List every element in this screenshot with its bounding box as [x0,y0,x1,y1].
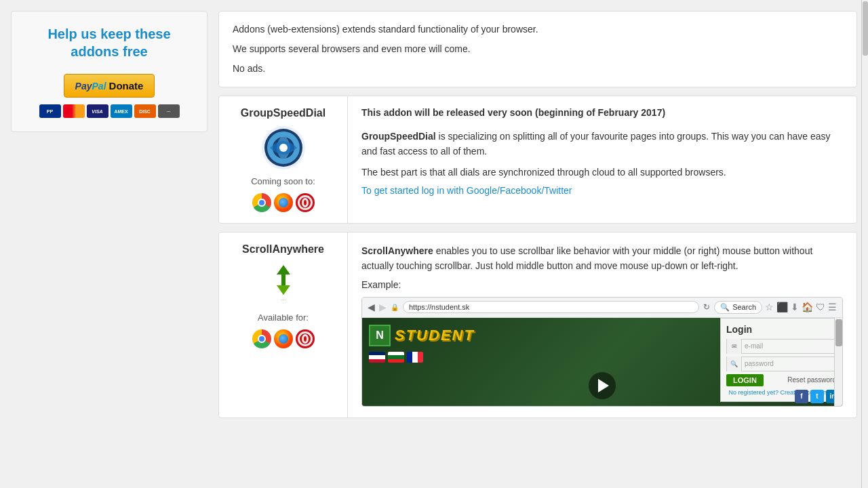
flag-fr [407,352,423,363]
sidebar: Help us keep these addons free PayPal Do… [11,11,208,418]
login-actions: LOGIN Reset password [726,374,836,386]
paypal-pay: Pay [75,81,92,92]
password-placeholder: password [742,360,776,367]
password-field[interactable]: 🔍 password [726,357,836,371]
play-button[interactable] [589,372,616,399]
opera-icon-gsd [296,193,315,212]
addon-right-scroll: ScrollAnywhere enables you to use scroll… [348,232,856,418]
shield-icon[interactable]: 🛡 [816,302,825,312]
card-visa: VISA [87,104,108,118]
student-text: STUDENT [395,327,475,344]
social-icons: f t in [795,390,840,403]
example-label: Example: [361,279,843,290]
firefox-icon-gsd [274,193,293,212]
card-discover: DISC [134,104,156,118]
email-field[interactable]: ✉ e-mail [726,339,836,354]
browser-icons-gsd [252,193,315,212]
addon-name-bold-scroll: ScrollAnywhere [361,245,433,256]
gsd-icon-svg [263,127,304,168]
addon-link-gsd[interactable]: To get started log in with Google/Facebo… [361,185,572,196]
addon-desc-gsd-1: GroupSpeedDial is specializing on splitt… [361,129,843,159]
play-triangle-icon [598,379,609,392]
addon-left-scroll: ScrollAnywhere ··· Available for: [219,232,348,418]
addon-desc-scroll: ScrollAnywhere enables you to use scroll… [361,243,843,274]
forward-button[interactable]: ▶ [379,302,387,312]
main-content: Addons (web-extensions) extends standard… [218,11,857,418]
addon-name-bold-gsd: GroupSpeedDial [361,131,436,142]
scroll-arrow-up [277,265,290,274]
back-button[interactable]: ◀ [368,302,375,312]
password-icon: 🔍 [727,357,742,371]
release-notice: This addon will be released very soon (b… [361,107,843,118]
card-paypal: PP [39,104,61,118]
page-scrollbar[interactable] [861,0,868,429]
chrome-icon-gsd [252,193,271,212]
card-icons: PP VISA AMEX DISC ··· [39,104,180,118]
paypal-logo: PayPal [75,81,106,92]
url-text: https://nstudent.sk [409,303,469,311]
opera-icon-scroll [296,329,315,348]
screenshot-preview: ◀ ▶ 🔒 https://nstudent.sk ↻ 🔍 Search [361,297,843,407]
scroll-arrow-down [277,285,290,295]
lock-icon: 🔒 [391,304,399,311]
search-icon: 🔍 [720,303,730,312]
addon-coming-label: Coming soon to: [251,176,315,186]
copy-icon[interactable]: ⬛ [776,302,788,312]
login-title: Login [726,324,836,335]
facebook-icon[interactable]: f [795,390,808,403]
info-line-1: Addons (web-extensions) extends standard… [233,22,843,37]
addon-name-scroll: ScrollAnywhere [242,243,324,256]
bookmark-star-icon[interactable]: ☆ [765,302,774,312]
addon-scrollanywhere: ScrollAnywhere ··· Available for: [218,232,857,418]
info-line-3: No ads. [233,62,843,76]
site-preview: N STUDENT Login [362,318,842,406]
search-bar[interactable]: 🔍 Search [714,301,762,314]
addon-icon-gsd [262,126,305,169]
preview-scrollbar[interactable] [834,318,842,406]
scroll-bar-mid [281,280,285,285]
flag-uk [369,352,385,363]
student-n-icon: N [369,325,391,346]
addon-name-gsd: GroupSpeedDial [241,107,326,119]
addon-right-gsd: This addon will be released very soon (b… [348,96,856,223]
browser-bar: ◀ ▶ 🔒 https://nstudent.sk ↻ 🔍 Search [362,298,842,318]
menu-icon[interactable]: ☰ [828,302,837,312]
reload-button[interactable]: ↻ [703,302,710,312]
flag-sk [388,352,404,363]
donate-title: Help us keep these addons free [25,25,193,60]
email-placeholder: e-mail [742,342,766,350]
addon-left-gsd: GroupSpeedDial Coming soon to: [219,96,348,223]
donate-label: Donate [109,80,144,92]
login-button[interactable]: LOGIN [726,374,764,386]
browser-toolbar-actions: 🔍 Search ☆ ⬛ ⬇ 🏠 🛡 ☰ [714,301,837,314]
download-icon[interactable]: ⬇ [791,302,799,312]
paypal-pal: Pal [92,81,106,92]
paypal-donate-button[interactable]: PayPal Donate PP VISA AMEX DISC ··· [39,74,180,118]
svg-point-2 [279,144,288,152]
page-scrollbar-thumb [863,1,868,56]
card-other: ··· [158,104,180,118]
addon-available-label: Available for: [258,312,309,323]
addon-groupspeeddial: GroupSpeedDial Coming soon to: [218,96,857,224]
scroll-icon: ··· [277,262,290,306]
search-placeholder-text: Search [732,303,756,311]
preview-scrollbar-thumb [835,319,842,346]
addon-desc-gsd-2: The best part is that all dials are sync… [361,165,843,180]
card-amex: AMEX [111,104,132,118]
chrome-icon-scroll [252,329,271,348]
scroll-dots: ··· [281,296,286,303]
twitter-icon[interactable]: t [810,390,824,403]
info-box: Addons (web-extensions) extends standard… [218,11,857,87]
reset-password-link[interactable]: Reset password [787,376,836,384]
url-bar[interactable]: https://nstudent.sk [403,301,699,313]
firefox-icon-scroll [274,329,293,348]
donate-box: Help us keep these addons free PayPal Do… [11,11,208,132]
email-icon: ✉ [727,339,742,354]
scroll-bar-top [281,274,285,280]
card-mastercard [63,104,85,118]
home-icon[interactable]: 🏠 [802,302,813,312]
browser-icons-scroll [252,329,315,348]
info-line-2: We supports several browsers and even mo… [233,42,843,56]
